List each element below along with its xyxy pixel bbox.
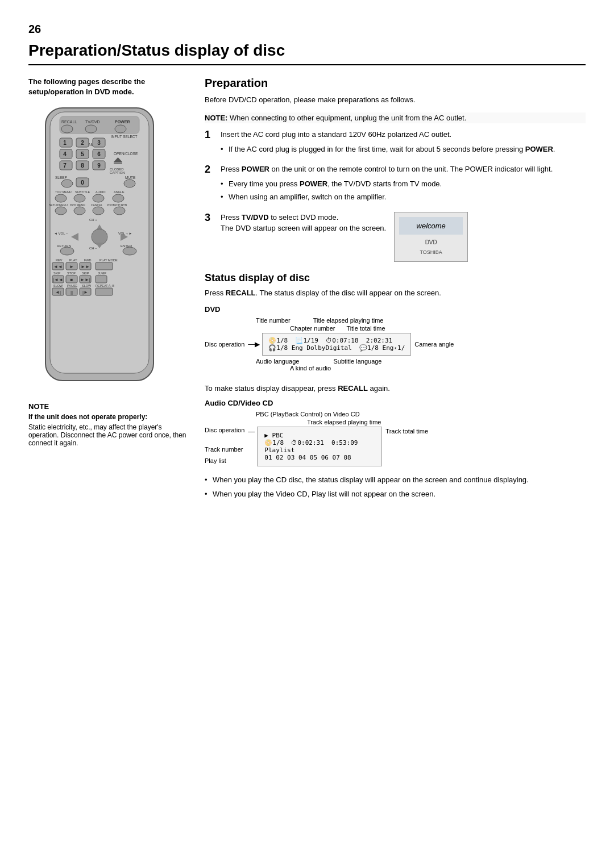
- audio-lang-label: Audio language: [256, 358, 299, 365]
- cd-line4: 01 02 03 04 05 06 07 08: [264, 454, 375, 461]
- svg-text:►►: ►►: [81, 264, 90, 269]
- page-title: Preparation/Status display of disc: [28, 41, 586, 65]
- svg-text:CH +: CH +: [89, 218, 97, 222]
- preparation-section: Preparation Before DVD/CD operation, ple…: [205, 77, 586, 262]
- left-intro: The following pages describe the setup/o…: [28, 77, 188, 97]
- step-1-content: Insert the AC cord plug into a standard …: [221, 129, 586, 157]
- step-1-num: 1: [205, 129, 215, 157]
- dvd-label: DVD: [205, 305, 586, 314]
- svg-text:SETUP/MENU: SETUP/MENU: [49, 203, 68, 207]
- svg-text:►: ►: [69, 264, 74, 269]
- cd-line3: Playlist: [264, 446, 375, 454]
- title-elapsed-label: Title elapsed playing time: [313, 317, 384, 324]
- svg-text:ZOOM/CH RTN: ZOOM/CH RTN: [107, 203, 127, 207]
- svg-text:4: 4: [63, 151, 67, 157]
- svg-point-47: [113, 194, 124, 202]
- cd-display-box: ▶ PBC 📀1/8 ⏱0:02:31 0:53:09 Playlist 01 …: [257, 427, 382, 466]
- svg-text:PAUSE: PAUSE: [67, 284, 78, 287]
- dvd-diagram-row: Disc operation —▶ 📀1/8 📃1/19 ⏱0:07:18 2:…: [205, 333, 586, 356]
- svg-text:JUMP: JUMP: [98, 272, 106, 275]
- svg-point-55: [114, 207, 125, 215]
- page-number: 26: [28, 23, 586, 36]
- svg-text:CANCEL: CANCEL: [91, 203, 103, 207]
- disc-op-arrow: —▶: [248, 340, 260, 348]
- svg-text:ANGLE: ANGLE: [114, 190, 125, 194]
- track-total-label: Track total time: [385, 428, 428, 435]
- dvd-display-line2: 🎧1/8 Eng DolbyDigital 💬1/8 Eng‹1/: [268, 344, 405, 352]
- audio-cd-diagram: PBC (PlayBack Control) on Video CD Track…: [205, 411, 586, 466]
- svg-text:REV: REV: [56, 258, 63, 262]
- svg-text:TOP MENU: TOP MENU: [55, 190, 72, 194]
- remote-control-image: RECALL TV/DVD POWER INPUT SELECT GAME 1 …: [28, 105, 176, 391]
- main-layout: The following pages describe the setup/o…: [28, 77, 586, 503]
- svg-point-7: [85, 125, 97, 133]
- svg-text:AUDIO: AUDIO: [96, 190, 106, 194]
- svg-text:8: 8: [81, 162, 84, 169]
- step-3: 3 Press TV/DVD to select DVD mode. The D…: [205, 212, 586, 262]
- track-num-label: Track number: [205, 446, 244, 453]
- svg-point-39: [124, 180, 135, 187]
- right-column: Preparation Before DVD/CD operation, ple…: [205, 77, 586, 503]
- bottom-bullet-1: When you play the CD disc, the status di…: [205, 474, 586, 486]
- subtitle-lang-label: Subtitle language: [333, 358, 381, 365]
- svg-text:|►: |►: [82, 290, 88, 295]
- svg-text:REPEAT A–B: REPEAT A–B: [96, 284, 114, 287]
- cd-line2: 📀1/8 ⏱0:02:31 0:53:09: [264, 439, 375, 446]
- step-list: 1 Insert the AC cord plug into a standar…: [205, 129, 586, 262]
- svg-text:◄◄: ◄◄: [53, 264, 63, 269]
- cd-line1: ▶ PBC: [264, 432, 375, 439]
- svg-point-53: [74, 207, 85, 215]
- step-3-num: 3: [205, 212, 215, 262]
- svg-text:|◄◄: |◄◄: [53, 277, 63, 282]
- svg-rect-79: [96, 262, 113, 270]
- dvd-top-labels: Title number Title elapsed playing time: [256, 317, 586, 324]
- audio-cd-left-labels: Disc operation Track number Play list: [205, 427, 244, 464]
- disc-op-label: Disc operation: [205, 341, 244, 348]
- svg-text:POWER: POWER: [115, 120, 130, 124]
- svg-text:SLOW: SLOW: [53, 284, 63, 287]
- step-2-num: 2: [205, 164, 215, 205]
- svg-text:RECALL: RECALL: [61, 120, 77, 124]
- disc-op-label-cd: Disc operation: [205, 427, 244, 433]
- chapter-number-label: Chapter number: [290, 325, 335, 332]
- svg-rect-101: [96, 288, 113, 295]
- svg-text:PLAY MODE: PLAY MODE: [99, 258, 118, 262]
- step-2-bullet-1: Every time you press POWER, the TV/DVD s…: [221, 178, 586, 190]
- svg-point-65: [60, 247, 74, 255]
- note-title: NOTE: [28, 402, 188, 411]
- dvd-display-box: 📀1/8 📃1/19 ⏱0:07:18 2:02:31 🎧1/8 Eng Dol…: [262, 333, 411, 356]
- preparation-title: Preparation: [205, 77, 586, 90]
- recall-text: To make status display disappear, press …: [205, 383, 586, 394]
- svg-text:0: 0: [81, 180, 84, 186]
- svg-point-46: [93, 194, 104, 202]
- status-section: Status display of disc Press RECALL. The…: [205, 272, 586, 500]
- welcome-screen-box: welcome DVD TOSHIBA: [394, 212, 468, 262]
- step-1: 1 Insert the AC cord plug into a standar…: [205, 129, 586, 157]
- svg-text:SKIP: SKIP: [53, 272, 61, 275]
- preparation-intro: Before DVD/CD operation, please make pre…: [205, 94, 586, 106]
- step-3-content: Press TV/DVD to select DVD mode. The DVD…: [221, 212, 586, 262]
- step-1-bullets: If the AC cord plug is plugged in for th…: [221, 144, 586, 155]
- step-3-text: Press TV/DVD to select DVD mode. The DVD…: [221, 212, 386, 234]
- svg-point-36: [61, 180, 73, 187]
- svg-point-66: [123, 247, 136, 255]
- camera-angle-label: Camera angle: [414, 341, 454, 348]
- svg-text:||: ||: [70, 290, 73, 295]
- svg-point-45: [74, 194, 85, 202]
- svg-text:5: 5: [81, 151, 84, 157]
- svg-text:INPUT SELECT: INPUT SELECT: [111, 135, 138, 139]
- svg-text:MUTE: MUTE: [125, 176, 136, 180]
- left-column: The following pages describe the setup/o…: [28, 77, 188, 503]
- audio-cd-label: Audio CD/Video CD: [205, 399, 586, 407]
- svg-text:CH –: CH –: [89, 247, 97, 250]
- svg-text:STOP: STOP: [67, 272, 76, 275]
- svg-point-54: [93, 207, 104, 215]
- step-2: 2 Press POWER on the unit or on the remo…: [205, 164, 586, 205]
- svg-text:TV/DVD: TV/DVD: [85, 120, 100, 124]
- dvd-display-line1: 📀1/8 📃1/19 ⏱0:07:18 2:02:31: [268, 337, 405, 344]
- note-section: NOTE If the unit does not operate proper…: [28, 402, 188, 447]
- svg-point-8: [115, 125, 126, 133]
- svg-text:CAPTION: CAPTION: [110, 171, 125, 174]
- svg-text:◄|: ◄|: [55, 290, 61, 295]
- svg-text:SLOW: SLOW: [82, 284, 92, 287]
